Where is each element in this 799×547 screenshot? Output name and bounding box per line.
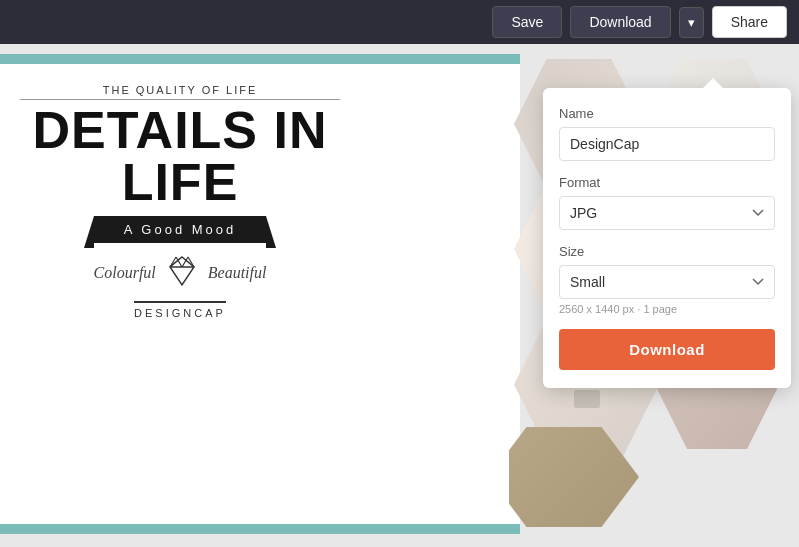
- download-action-button[interactable]: Download: [559, 329, 775, 370]
- svg-rect-12: [574, 390, 600, 408]
- format-label: Format: [559, 175, 775, 190]
- download-chevron-button[interactable]: ▾: [679, 7, 704, 38]
- download-panel: Name Format JPG PNG PDF Size Small Mediu…: [543, 88, 791, 388]
- diamond-icon: [166, 255, 198, 291]
- name-input[interactable]: [559, 127, 775, 161]
- size-select[interactable]: Small Medium Large: [559, 265, 775, 299]
- size-label: Size: [559, 244, 775, 259]
- main-title: DETAILS IN LIFE: [20, 104, 340, 208]
- name-label: Name: [559, 106, 775, 121]
- panel-arrow: [703, 78, 723, 88]
- header: Save Download ▾ Share: [0, 0, 799, 44]
- download-button[interactable]: Download: [570, 6, 670, 38]
- colourful-row: Colourful Beautiful: [94, 255, 267, 291]
- teal-bar-bottom: [0, 524, 520, 534]
- share-button[interactable]: Share: [712, 6, 787, 38]
- left-text-block: THE QUALITY OF LIFE DETAILS IN LIFE A Go…: [20, 84, 340, 319]
- size-hint: 2560 x 1440 px · 1 page: [559, 303, 775, 315]
- teal-bar-top: [0, 54, 520, 64]
- ribbon: A Good Mood: [94, 216, 267, 243]
- save-button[interactable]: Save: [492, 6, 562, 38]
- subtitle: THE QUALITY OF LIFE: [20, 84, 340, 100]
- design-canvas: THE QUALITY OF LIFE DETAILS IN LIFE A Go…: [0, 54, 520, 534]
- format-select[interactable]: JPG PNG PDF: [559, 196, 775, 230]
- colourful-text: Colourful: [94, 264, 156, 282]
- brand-label: DESIGNCAP: [134, 301, 226, 319]
- canvas-area: THE QUALITY OF LIFE DETAILS IN LIFE A Go…: [0, 44, 799, 547]
- beautiful-text: Beautiful: [208, 264, 267, 282]
